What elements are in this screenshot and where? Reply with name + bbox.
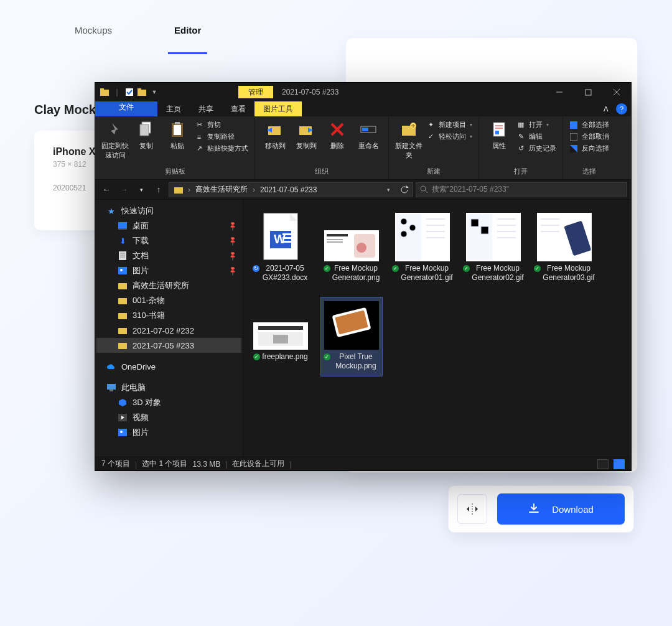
- rename-button[interactable]: 重命名: [355, 119, 382, 151]
- invert-selection-button[interactable]: 反向选择: [569, 144, 609, 153]
- sidebar-item-folder[interactable]: 310-书籍: [96, 308, 241, 323]
- thumbnails-view-button[interactable]: [614, 459, 625, 469]
- sync-ok-icon: ✓: [534, 265, 541, 272]
- sidebar-item-folder[interactable]: 001-杂物: [96, 293, 241, 308]
- menutab-view[interactable]: 查看: [222, 101, 254, 116]
- menutab-file[interactable]: 文件: [95, 101, 157, 116]
- file-explorer-window: | ▼ 管理 2021-07-05 #233 文件 主页 共享 查看 图片工具 …: [95, 82, 632, 471]
- file-item[interactable]: ✓Free Mockup Generator.png: [320, 208, 383, 288]
- svg-point-55: [401, 231, 407, 237]
- nav-back-button[interactable]: ←: [99, 182, 114, 197]
- sidebar-item-documents[interactable]: 文档📌: [96, 248, 241, 263]
- nav-up-button[interactable]: ↑: [151, 182, 166, 197]
- svg-rect-68: [273, 335, 288, 343]
- folder-icon[interactable]: [136, 86, 147, 98]
- collapse-ribbon-icon[interactable]: ᐱ: [600, 101, 612, 116]
- checkbox-icon[interactable]: [124, 86, 135, 98]
- details-view-button[interactable]: [597, 459, 609, 469]
- sidebar-item-pictures[interactable]: 图片: [96, 425, 241, 440]
- folder-icon: [118, 296, 128, 306]
- menutab-home[interactable]: 主页: [157, 101, 190, 116]
- new-folder-icon: [399, 119, 419, 140]
- copy-button[interactable]: 复制: [133, 119, 160, 151]
- svg-point-49: [357, 243, 366, 253]
- close-button[interactable]: [602, 83, 631, 101]
- menutab-share[interactable]: 共享: [190, 101, 222, 116]
- svg-rect-58: [495, 214, 520, 260]
- copy-path-button[interactable]: ≡复制路径: [195, 132, 248, 141]
- paste-button[interactable]: 粘贴: [164, 119, 191, 151]
- tab-mockups[interactable]: Mockups: [62, 19, 124, 42]
- nav-recent-dropdown[interactable]: ▾: [134, 182, 149, 197]
- svg-rect-66: [258, 326, 303, 330]
- svg-point-22: [421, 186, 426, 191]
- titlebar[interactable]: | ▼ 管理 2021-07-05 #233: [95, 83, 631, 101]
- address-bar[interactable]: › 高效生活研究所 › 2021-07-05 #233 ▾: [169, 182, 413, 197]
- easy-access-button[interactable]: ✓轻松访问▾: [426, 132, 472, 141]
- open-button[interactable]: ▦打开▾: [516, 120, 556, 129]
- qat-dropdown-icon[interactable]: ▼: [149, 86, 160, 98]
- sidebar-item-downloads[interactable]: ⬇ 下载📌: [96, 233, 241, 248]
- maximize-button[interactable]: [574, 83, 602, 101]
- file-item-selected[interactable]: ✓Pixel True Mockup.png: [320, 297, 383, 376]
- new-folder-button[interactable]: 新建文件夹: [395, 119, 422, 160]
- search-box[interactable]: 搜索"2021-07-05 #233": [416, 182, 627, 197]
- sidebar-item-videos[interactable]: 视频: [96, 410, 241, 425]
- help-icon[interactable]: ?: [616, 103, 627, 114]
- sidebar-item-desktop[interactable]: 桌面📌: [96, 218, 241, 233]
- folder-icon: [174, 186, 183, 194]
- navigation-pane[interactable]: ★ 快速访问 桌面📌 ⬇ 下载📌 文档📌 图片📌 高效生活研究所: [95, 200, 243, 457]
- file-name: Pixel True Mockup.png: [332, 352, 380, 371]
- delete-button[interactable]: 删除: [324, 119, 351, 151]
- file-name: 2021-07-05 GX#233.docx: [261, 264, 309, 283]
- group-label-open: 打开: [514, 166, 528, 178]
- file-item[interactable]: ✓Free Mockup Generator02.gif: [462, 208, 525, 288]
- shortcut-icon: ↗: [195, 144, 203, 153]
- svg-rect-31: [118, 328, 127, 334]
- cut-button[interactable]: ✂剪切: [195, 120, 248, 129]
- download-label: Download: [552, 504, 594, 515]
- history-button[interactable]: ↺历史记录: [516, 144, 556, 153]
- edit-button[interactable]: ✎编辑: [516, 132, 556, 141]
- paste-shortcut-button[interactable]: ↗粘贴快捷方式: [195, 144, 248, 153]
- select-none-button[interactable]: 全部取消: [569, 132, 609, 141]
- minimize-button[interactable]: [545, 83, 574, 101]
- tab-editor[interactable]: Editor: [162, 19, 213, 42]
- svg-rect-46: [327, 239, 343, 240]
- pin-to-quick-access-button[interactable]: 固定到快速访问: [101, 119, 129, 160]
- sidebar-item-quick-access[interactable]: ★ 快速访问: [96, 203, 241, 218]
- ribbon-group-clipboard: 固定到快速访问 复制 粘贴 ✂剪切 ≡复制路径 ↗粘贴快捷方式 剪贴板: [95, 116, 255, 179]
- menutab-picture-tools[interactable]: 图片工具: [254, 101, 302, 116]
- sidebar-item-folder[interactable]: 2021-07-02 #232: [96, 323, 241, 338]
- file-item[interactable]: W ↻2021-07-05 GX#233.docx: [250, 208, 312, 288]
- download-button[interactable]: Download: [497, 493, 625, 525]
- sidebar-item-thispc[interactable]: 此电脑: [96, 380, 241, 395]
- contextual-tab-manage[interactable]: 管理: [238, 86, 273, 98]
- nav-forward-button[interactable]: →: [116, 182, 131, 197]
- addr-dropdown-icon[interactable]: ▾: [380, 185, 396, 194]
- refresh-button[interactable]: [396, 185, 413, 194]
- sidebar-item-3d-objects[interactable]: 3D 对象: [96, 395, 241, 410]
- sidebar-item-pictures[interactable]: 图片📌: [96, 263, 241, 278]
- sidebar-item-folder-current[interactable]: 2021-07-05 #233: [96, 338, 241, 353]
- file-list[interactable]: W ↻2021-07-05 GX#233.docx ✓Free Mockup G…: [243, 200, 631, 457]
- select-all-button[interactable]: 全部选择: [569, 120, 609, 129]
- copy-to-button[interactable]: 复制到: [292, 119, 320, 151]
- properties-button[interactable]: 属性: [485, 119, 513, 151]
- svg-rect-47: [327, 241, 343, 243]
- mirror-icon-button[interactable]: [457, 494, 487, 524]
- file-item[interactable]: ✓Free Mockup Generator01.gif: [391, 208, 454, 288]
- file-item[interactable]: ✓Free Mockup Generator03.gif: [533, 208, 595, 288]
- folder-icon: [118, 281, 128, 291]
- sidebar-item-onedrive[interactable]: OneDrive: [96, 359, 241, 374]
- breadcrumb-segment[interactable]: 2021-07-05 #233: [255, 185, 322, 194]
- file-item[interactable]: ✓freeplane.png: [250, 297, 312, 376]
- new-item-button[interactable]: ✦新建项目▾: [426, 120, 472, 129]
- paste-icon: [167, 119, 187, 140]
- sidebar-item-folder[interactable]: 高效生活研究所: [96, 278, 241, 293]
- breadcrumb-segment[interactable]: 高效生活研究所: [190, 184, 253, 195]
- path-icon: ≡: [195, 133, 203, 141]
- rename-icon: [358, 119, 378, 140]
- sync-refresh-icon: ↻: [253, 265, 259, 272]
- move-to-button[interactable]: 移动到: [261, 119, 289, 151]
